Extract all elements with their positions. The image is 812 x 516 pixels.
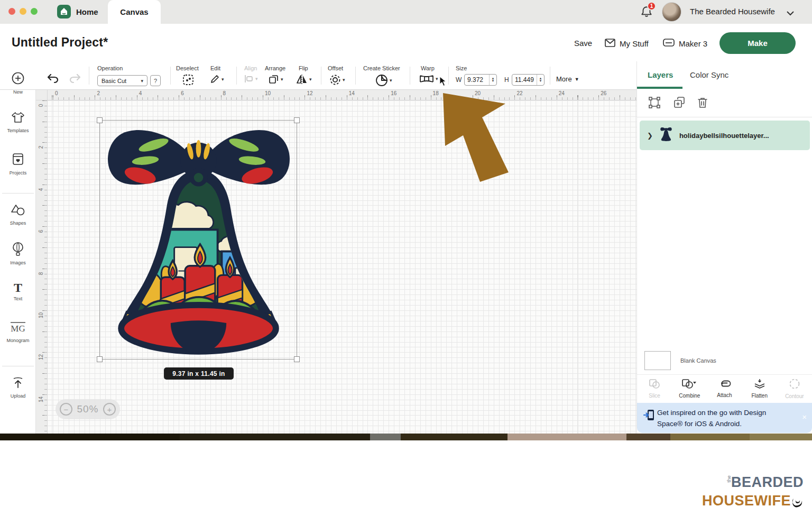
sidebar-item-new[interactable]: New (0, 71, 36, 95)
operation-value: Basic Cut (102, 78, 126, 84)
more-button[interactable]: More ▼ (556, 75, 579, 83)
close-icon[interactable]: × (802, 412, 807, 421)
redo-button[interactable] (69, 74, 81, 84)
selection-handle-top-left[interactable] (97, 117, 103, 123)
canvas-tab-label: Canvas (120, 7, 148, 16)
sidebar-item-label: Monogram (6, 338, 29, 343)
new-icon (11, 71, 25, 87)
canvas-grid[interactable]: 9.37 in x 11.45 in − 50% + (48, 100, 636, 434)
machine-label: Maker 3 (679, 39, 707, 48)
trash-icon[interactable] (697, 97, 708, 110)
sidebar-item-label: Shapes (10, 220, 26, 226)
group-icon[interactable] (649, 97, 660, 110)
machine-select-button[interactable]: Maker 3 (663, 39, 707, 48)
banner-line2: Space® for iOS & Android. (657, 420, 742, 428)
envelope-icon (605, 39, 615, 49)
zoom-in-button[interactable]: + (103, 403, 116, 416)
sidebar-item-templates[interactable]: Templates (0, 111, 36, 133)
selection-handle-bottom-right[interactable] (294, 356, 300, 362)
edit-label: Edit (210, 65, 220, 71)
flatten-button[interactable]: Flatten (742, 375, 777, 402)
combine-button[interactable]: Combine (672, 375, 707, 402)
layer-item-holiday-bell[interactable]: ❯ holidaybellsilhouettelayer... (640, 121, 810, 150)
save-button[interactable]: Save (574, 39, 592, 48)
attach-button[interactable]: Attach (707, 375, 742, 402)
operation-help-button[interactable]: ? (150, 75, 161, 86)
chevron-down-icon[interactable] (786, 8, 795, 18)
blank-canvas-row[interactable]: Blank Canvas (637, 347, 812, 374)
operation-select[interactable]: Basic Cut ▾ (97, 75, 147, 86)
create-sticker-button[interactable]: ▾ (375, 74, 392, 87)
sidebar-item-monogram[interactable]: MG Monogram (0, 321, 36, 343)
my-stuff-button[interactable]: My Stuff (605, 39, 649, 49)
undo-button[interactable] (47, 74, 59, 84)
deselect-label: Deselect (176, 65, 199, 71)
ruler-h: 02468101214161820222426 (48, 90, 636, 100)
sidebar-divider (2, 366, 34, 366)
tab-color-sync[interactable]: Color Sync (690, 70, 728, 79)
make-button[interactable]: Make (719, 32, 796, 54)
make-label: Make (748, 39, 768, 48)
logo-word-bearded: BEARDED (731, 475, 804, 489)
flip-button[interactable]: ▾ (296, 74, 312, 85)
chevron-right-icon[interactable]: ❯ (647, 132, 653, 140)
selection-bounding-box[interactable] (99, 120, 297, 360)
panel-tabs: Layers Color Sync (637, 61, 812, 89)
arrange-button[interactable]: ▾ (269, 74, 283, 85)
sidebar-item-label: New (13, 89, 23, 95)
zoom-out-button[interactable]: − (60, 403, 72, 416)
banner-line1: Get inspired on the go with Design (657, 409, 766, 417)
align-button-disabled: ▾ (244, 74, 258, 84)
zoom-window-button[interactable] (31, 8, 38, 15)
canvas-color-swatch[interactable] (644, 351, 671, 370)
duplicate-icon[interactable] (674, 97, 686, 110)
my-stuff-label: My Stuff (620, 39, 649, 48)
home-tab-label: Home (76, 7, 98, 16)
operation-label: Operation (97, 65, 123, 71)
canvas-area[interactable]: 02468101214161820222426 02468101214 (36, 90, 636, 434)
warp-button[interactable]: ▾ (419, 74, 438, 84)
text-icon: T (14, 281, 22, 294)
warp-label: Warp (421, 65, 435, 71)
contour-button: Contour (777, 375, 812, 402)
edit-button[interactable]: ▾ (209, 74, 224, 85)
sidebar-item-text[interactable]: T Text (0, 281, 36, 301)
sidebar-item-upload[interactable]: Upload (0, 376, 36, 399)
account-name[interactable]: The Bearded Housewife (690, 7, 775, 16)
sidebar-item-images[interactable]: Images (0, 242, 36, 265)
minimize-window-button[interactable] (20, 8, 26, 15)
holiday-bell-artwork[interactable] (102, 121, 296, 359)
layer-tools (637, 89, 812, 117)
chevron-down-icon: ▼ (575, 77, 579, 82)
offset-button[interactable]: ▾ (329, 74, 345, 86)
chevron-down-icon: ▾ (141, 78, 143, 84)
sidebar-item-label: Images (10, 260, 26, 265)
action-label: Attach (717, 392, 732, 398)
sidebar-item-projects[interactable]: Projects (0, 152, 36, 176)
align-label: Align (244, 65, 257, 71)
annotation-arrow (435, 89, 514, 189)
height-value: 11.449 (512, 76, 537, 84)
height-input[interactable]: 11.449 ▲▼ (512, 74, 545, 86)
selection-handle-bottom-left[interactable] (97, 356, 103, 362)
height-stepper[interactable]: ▲▼ (537, 75, 544, 85)
selection-handle-top-right[interactable] (294, 117, 300, 123)
account-avatar[interactable] (662, 2, 681, 22)
tab-canvas[interactable]: Canvas (108, 0, 161, 24)
deselect-button[interactable] (182, 74, 194, 86)
width-value: 9.372 (465, 76, 489, 84)
sidebar-item-label: Upload (11, 393, 26, 399)
width-stepper[interactable]: ▲▼ (489, 75, 496, 85)
close-window-button[interactable] (8, 8, 15, 15)
svg-text:MG: MG (11, 324, 25, 334)
machine-icon (663, 39, 675, 48)
tab-layers[interactable]: Layers (648, 70, 673, 79)
width-input[interactable]: 9.372 ▲▼ (464, 74, 497, 86)
promo-banner: Get inspired on the go with Design Space… (637, 403, 812, 433)
page-title: Untitled Project* (12, 35, 108, 50)
tab-home[interactable]: Home (57, 5, 98, 19)
sidebar-item-shapes[interactable]: Shapes (0, 204, 36, 226)
width-label: W (456, 76, 462, 84)
layers-panel: Layers Color Sync ❯ holidaybellsilhouett… (636, 61, 812, 434)
paperclip-icon (718, 379, 732, 391)
